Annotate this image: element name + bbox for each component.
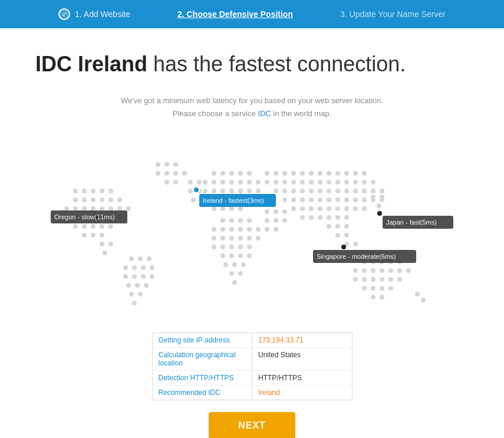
ireland-label: Ireland - fastest(3ms): [203, 197, 264, 204]
svg-point-62: [132, 301, 137, 305]
svg-point-66: [238, 171, 243, 176]
info-row-http: Detection HTTP/HTTPS HTTP/HTTPS: [153, 371, 352, 386]
info-value-http: HTTP/HTTPS: [252, 371, 352, 386]
step-label-3: 3. Update Your Name Server: [340, 9, 446, 19]
svg-point-56: [150, 274, 154, 279]
svg-point-8: [100, 197, 104, 202]
info-panel: Getting site IP address 173.194.33.71 Ca…: [152, 332, 353, 400]
singapore-dot[interactable]: [341, 245, 346, 249]
svg-point-156: [335, 180, 340, 185]
step-label-2: 2. Choose Defensive Position: [177, 9, 293, 19]
svg-point-79: [238, 189, 243, 193]
svg-point-162: [282, 189, 287, 193]
svg-point-5: [73, 197, 78, 202]
svg-point-48: [147, 256, 151, 261]
subtitle-line2: Please choose a service IDC in the world…: [35, 107, 469, 120]
svg-point-231: [380, 286, 384, 291]
svg-point-38: [164, 171, 169, 176]
svg-point-110: [238, 236, 243, 241]
svg-point-133: [282, 218, 287, 223]
step-circle-1: ✓: [58, 8, 70, 20]
svg-point-90: [229, 206, 234, 211]
svg-point-49: [123, 265, 128, 270]
svg-point-145: [344, 171, 349, 176]
info-row-geo: Calculation geographical location United…: [153, 348, 352, 371]
svg-point-27: [82, 224, 87, 229]
info-value-ip: 173.194.33.71: [252, 333, 352, 348]
svg-point-2: [91, 189, 95, 193]
info-label-geo: Calculation geographical location: [153, 348, 252, 371]
svg-point-209: [380, 195, 384, 199]
japan-label: Japan - fast(5ms): [386, 219, 437, 226]
svg-point-51: [141, 265, 146, 270]
svg-point-148: [265, 180, 269, 185]
svg-point-12: [73, 206, 78, 211]
svg-point-35: [164, 162, 169, 167]
step-update-nameserver[interactable]: 3. Update Your Name Server: [340, 9, 446, 19]
svg-point-220: [388, 268, 393, 273]
svg-point-155: [327, 180, 331, 185]
svg-point-93: [197, 180, 202, 185]
step-choose-position[interactable]: 2. Choose Defensive Position: [177, 9, 293, 19]
svg-point-105: [247, 227, 252, 232]
svg-point-101: [212, 227, 216, 232]
svg-point-127: [232, 280, 237, 285]
svg-point-129: [274, 209, 278, 214]
oregon-label: Oregon - slow(11ms): [54, 213, 115, 220]
svg-point-92: [188, 180, 193, 185]
svg-point-88: [212, 206, 216, 211]
svg-point-195: [300, 215, 305, 220]
main-content: IDC Ireland has the fastest connection. …: [0, 28, 504, 438]
svg-point-124: [241, 262, 246, 267]
ireland-dot[interactable]: [193, 187, 199, 193]
svg-point-163: [291, 189, 296, 193]
svg-point-229: [362, 286, 367, 291]
svg-point-11: [64, 206, 69, 211]
svg-point-89: [220, 206, 225, 211]
next-button[interactable]: NEXT: [209, 412, 295, 438]
svg-point-58: [135, 283, 140, 288]
svg-point-178: [318, 197, 322, 202]
svg-point-188: [309, 206, 314, 211]
svg-point-179: [327, 197, 331, 202]
step-add-website[interactable]: ✓ 1. Add Website: [58, 8, 130, 20]
svg-point-222: [406, 268, 411, 273]
svg-point-42: [173, 180, 178, 185]
svg-point-131: [265, 218, 269, 223]
svg-point-14: [91, 206, 95, 211]
svg-point-26: [73, 224, 78, 229]
svg-point-15: [100, 206, 104, 211]
svg-point-168: [335, 189, 340, 193]
svg-point-96: [191, 197, 196, 202]
svg-point-182: [353, 197, 358, 202]
svg-point-55: [141, 274, 146, 279]
svg-point-134: [265, 227, 269, 232]
svg-point-13: [82, 206, 87, 211]
svg-point-107: [212, 236, 216, 241]
world-map[interactable]: Ireland - fastest(3ms) Oregon - slow(11m…: [40, 126, 465, 327]
japan-dot[interactable]: [377, 211, 382, 216]
svg-point-227: [388, 277, 393, 282]
svg-point-30: [108, 224, 113, 229]
svg-point-175: [291, 197, 296, 202]
svg-point-180: [335, 197, 340, 202]
svg-point-102: [220, 227, 225, 232]
svg-point-33: [100, 233, 104, 238]
svg-point-230: [371, 286, 375, 291]
svg-point-103: [229, 227, 234, 232]
idc-link[interactable]: IDC: [258, 109, 271, 118]
svg-point-146: [353, 171, 358, 176]
svg-point-223: [353, 277, 358, 282]
svg-point-194: [362, 206, 367, 211]
svg-point-130: [282, 209, 287, 214]
svg-point-170: [353, 189, 358, 193]
svg-point-176: [300, 197, 305, 202]
svg-point-32: [91, 233, 95, 238]
svg-point-45: [103, 251, 107, 255]
svg-point-167: [327, 189, 331, 193]
svg-point-18: [126, 206, 131, 211]
svg-point-112: [256, 236, 261, 241]
svg-point-140: [300, 171, 305, 176]
svg-point-153: [309, 180, 314, 185]
svg-point-218: [371, 268, 375, 273]
